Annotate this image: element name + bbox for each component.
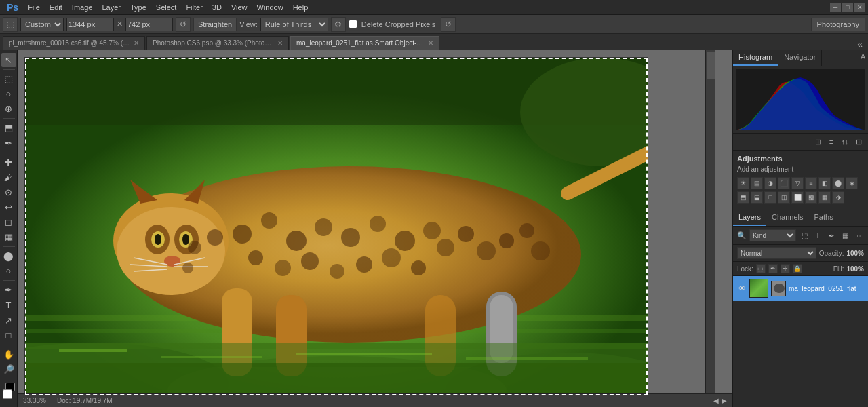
curves-adjustment[interactable]: ◑ — [764, 177, 776, 189]
restore-button[interactable]: □ — [842, 3, 853, 12]
histogram-options[interactable]: A — [858, 50, 868, 66]
lock-all-button[interactable]: 🔒 — [793, 264, 802, 273]
histogram-tab[interactable]: Histogram — [733, 50, 778, 66]
canvas-area[interactable]: 33.33% Doc: 19.7M/19.7M ◀ ▶ — [18, 50, 732, 407]
quick-selection-tool[interactable]: ⊕ — [1, 102, 16, 116]
menu-file[interactable]: File — [24, 2, 44, 13]
background-color[interactable] — [3, 389, 12, 399]
dodge-tool[interactable]: ○ — [1, 264, 16, 278]
gradient-map-adjustment[interactable]: ▦ — [818, 191, 831, 204]
bw-adjustment[interactable]: ⬤ — [832, 177, 844, 189]
lasso-tool[interactable]: ○ — [1, 87, 16, 101]
exposure-adjustment[interactable]: ⬛ — [778, 177, 790, 189]
menu-layer[interactable]: Layer — [98, 2, 125, 13]
layer-filter-icon-2[interactable]: T — [812, 230, 823, 241]
layer-filter-icon-3[interactable]: ✒ — [826, 230, 837, 241]
hsl-adjustment[interactable]: ≡ — [805, 177, 817, 189]
levels-adjustment[interactable]: ▤ — [751, 177, 763, 189]
panel-icon-3[interactable]: ↑↓ — [838, 135, 852, 149]
tab-1[interactable]: Photoshop CS6.psb @ 33.3% (Photoshop CS6… — [146, 36, 289, 50]
menu-3d[interactable]: 3D — [208, 2, 226, 13]
shape-tool[interactable]: □ — [1, 328, 16, 343]
straighten-button[interactable]: Straighten — [193, 18, 237, 31]
lock-position-button[interactable]: ✛ — [781, 264, 790, 273]
gradient-tool[interactable]: ▦ — [1, 230, 16, 244]
workspace-button[interactable]: Photography — [811, 18, 865, 31]
layer-item[interactable]: 👁 ma_leopard_0251_flat — [733, 276, 868, 301]
brightness-adjustment[interactable]: ☀ — [737, 177, 749, 189]
layer-filter-icon-4[interactable]: ▦ — [840, 230, 850, 241]
delete-cropped-checkbox[interactable] — [349, 20, 357, 28]
selective-color-adjustment[interactable]: ▩ — [805, 191, 817, 204]
view-select[interactable]: Rule of Thirds — [260, 18, 328, 31]
menu-edit[interactable]: Edit — [45, 2, 66, 13]
layers-tab[interactable]: Layers — [733, 210, 766, 226]
blur-tool[interactable]: ⬤ — [1, 249, 16, 263]
paths-tab[interactable]: Paths — [809, 210, 839, 226]
pen-tool[interactable]: ✒ — [1, 283, 16, 297]
type-tool[interactable]: T — [1, 298, 16, 312]
vertical-scrollbar[interactable] — [705, 50, 715, 393]
channels-tab[interactable]: Channels — [766, 210, 808, 226]
close-button[interactable]: ✕ — [854, 3, 865, 12]
fill-value[interactable]: 100% — [846, 265, 864, 273]
panel-icon-4[interactable]: ⊞ — [852, 135, 865, 149]
move-tool[interactable]: ↖ — [1, 53, 16, 67]
crop-tool[interactable]: ⬒ — [1, 121, 16, 135]
swap-dimensions-icon[interactable]: ↺ — [176, 17, 191, 32]
layer-filter-icon-1[interactable]: ⬚ — [799, 230, 810, 241]
hand-tool[interactable]: ✋ — [1, 347, 16, 362]
preset-select[interactable]: Custom — [20, 18, 64, 31]
color-lookup-adjustment[interactable]: ⬓ — [751, 191, 763, 204]
panel-icon-1[interactable]: ⊞ — [811, 135, 825, 149]
brush-tool[interactable]: 🖌 — [1, 170, 16, 185]
layer-filter-toggle[interactable]: ○ — [853, 230, 864, 241]
menu-window[interactable]: Window — [253, 2, 288, 13]
posterize-adjustment[interactable]: ◫ — [778, 191, 790, 204]
tab-2[interactable]: ma_leopard_0251_flat as Smart Object-1 @… — [290, 36, 439, 50]
eyedropper-tool[interactable]: ✒ — [1, 136, 16, 150]
opacity-value[interactable]: 100% — [846, 250, 864, 257]
invert-adjustment[interactable]: □ — [764, 191, 776, 204]
photo-filter-adjustment[interactable]: ◈ — [846, 177, 858, 189]
minimize-button[interactable]: ─ — [830, 3, 841, 12]
path-selection-tool[interactable]: ↗ — [1, 313, 16, 328]
color-balance-adjustment[interactable]: ◧ — [818, 177, 831, 189]
next-page-button[interactable]: ▶ — [722, 397, 727, 404]
scroll-thumb[interactable] — [707, 52, 715, 79]
panel-icon-2[interactable]: ≡ — [825, 135, 838, 149]
layer-filter-select[interactable]: Kind — [749, 229, 796, 241]
tab-0-close[interactable]: ✕ — [134, 39, 139, 47]
tab-0[interactable]: pl_mtrshmre_00015 cs6.tif @ 45.7% (Photo… — [3, 36, 145, 50]
height-input[interactable] — [125, 18, 173, 31]
panel-collapse-button[interactable]: « — [854, 39, 865, 50]
menu-image[interactable]: Image — [68, 2, 97, 13]
rectangular-marquee-tool[interactable]: ⬚ — [1, 72, 16, 86]
menu-help[interactable]: Help — [289, 2, 313, 13]
width-input[interactable] — [66, 18, 114, 31]
menu-type[interactable]: Type — [126, 2, 151, 13]
channel-mixer-adjustment[interactable]: ⬒ — [737, 191, 749, 204]
tab-2-close[interactable]: ✕ — [428, 39, 433, 47]
lock-transparent-button[interactable]: ⬚ — [756, 264, 766, 273]
vibrance-adjustment[interactable]: ▽ — [791, 177, 804, 189]
menu-view[interactable]: View — [227, 2, 252, 13]
crop-tool-icon[interactable]: ⬚ — [3, 17, 18, 32]
solid-color-adjustment[interactable]: ⬗ — [832, 191, 844, 204]
menu-filter[interactable]: Filter — [182, 2, 206, 13]
eraser-tool[interactable]: ◻ — [1, 215, 16, 229]
zoom-tool[interactable]: 🔎 — [1, 362, 16, 376]
layer-visibility-button[interactable]: 👁 — [737, 284, 747, 293]
reset-crop-icon[interactable]: ↺ — [441, 17, 456, 32]
tab-1-close[interactable]: ✕ — [277, 39, 283, 47]
navigator-tab[interactable]: Navigator — [778, 50, 822, 66]
lock-pixels-button[interactable]: ✒ — [768, 264, 778, 273]
healing-brush-tool[interactable]: ✚ — [1, 155, 16, 170]
prev-page-button[interactable]: ◀ — [713, 397, 719, 404]
overlay-settings-icon[interactable]: ⚙ — [331, 17, 346, 32]
clone-stamp-tool[interactable]: ⊙ — [1, 185, 16, 199]
threshold-adjustment[interactable]: ⬜ — [791, 191, 804, 204]
history-brush-tool[interactable]: ↩ — [1, 200, 16, 214]
menu-select[interactable]: Select — [152, 2, 181, 13]
blend-mode-select[interactable]: Normal — [737, 247, 816, 259]
